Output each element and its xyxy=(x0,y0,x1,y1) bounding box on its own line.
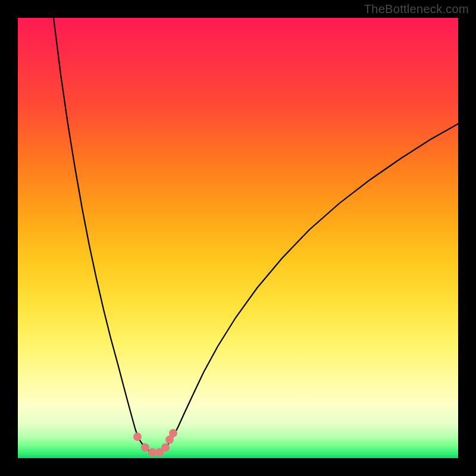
valley-marker xyxy=(133,433,142,441)
bottleneck-curve xyxy=(18,18,458,458)
watermark-text: TheBottleneck.com xyxy=(364,2,469,16)
curve-left xyxy=(54,18,145,446)
chart-frame: TheBottleneck.com xyxy=(0,0,476,476)
curve-right xyxy=(167,124,458,446)
valley-marker-group xyxy=(133,429,177,456)
valley-marker xyxy=(161,443,170,452)
valley-marker xyxy=(148,448,156,456)
plot-area xyxy=(18,18,458,458)
valley-marker xyxy=(169,429,177,437)
valley-marker xyxy=(141,443,149,452)
